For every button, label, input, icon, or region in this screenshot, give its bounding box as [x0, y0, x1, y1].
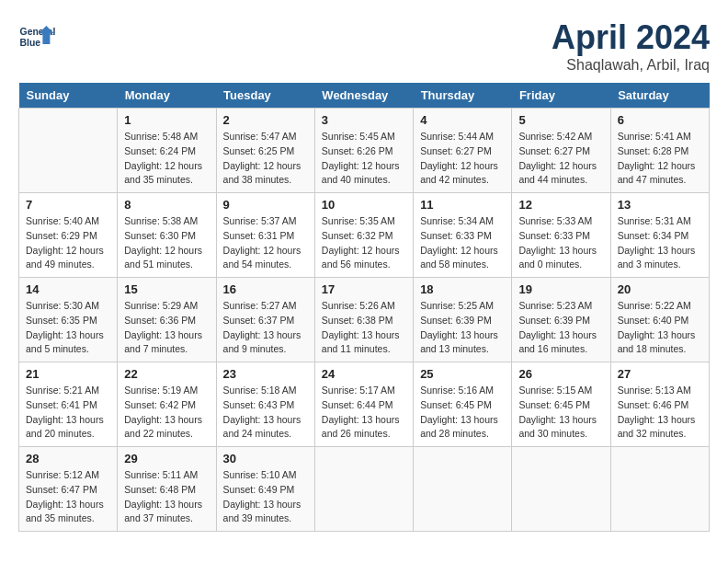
day-info: Sunrise: 5:31 AM Sunset: 6:34 PM Dayligh…: [618, 214, 702, 272]
day-number: 21: [26, 367, 110, 381]
day-cell: 10Sunrise: 5:35 AM Sunset: 6:32 PM Dayli…: [314, 193, 413, 278]
day-number: 5: [518, 113, 603, 127]
day-number: 17: [322, 282, 406, 296]
day-info: Sunrise: 5:11 AM Sunset: 6:48 PM Dayligh…: [124, 468, 209, 526]
week-row-1: 1Sunrise: 5:48 AM Sunset: 6:24 PM Daylig…: [19, 109, 710, 193]
day-cell: 2Sunrise: 5:47 AM Sunset: 6:25 PM Daylig…: [216, 109, 314, 193]
day-info: Sunrise: 5:27 AM Sunset: 6:37 PM Dayligh…: [223, 299, 308, 357]
day-cell: 21Sunrise: 5:21 AM Sunset: 6:41 PM Dayli…: [19, 362, 118, 447]
day-number: 9: [223, 198, 308, 212]
day-number: 23: [223, 367, 308, 381]
day-info: Sunrise: 5:35 AM Sunset: 6:32 PM Dayligh…: [322, 214, 406, 272]
day-number: 8: [124, 198, 209, 212]
day-info: Sunrise: 5:38 AM Sunset: 6:30 PM Dayligh…: [124, 214, 209, 272]
day-cell: 12Sunrise: 5:33 AM Sunset: 6:33 PM Dayli…: [512, 193, 610, 278]
day-cell: 8Sunrise: 5:38 AM Sunset: 6:30 PM Daylig…: [118, 193, 216, 278]
day-cell: 13Sunrise: 5:31 AM Sunset: 6:34 PM Dayli…: [610, 193, 709, 278]
day-cell: 15Sunrise: 5:29 AM Sunset: 6:36 PM Dayli…: [118, 278, 216, 362]
day-info: Sunrise: 5:30 AM Sunset: 6:35 PM Dayligh…: [26, 299, 110, 357]
day-cell: 27Sunrise: 5:13 AM Sunset: 6:46 PM Dayli…: [610, 362, 709, 447]
location-subtitle: Shaqlawah, Arbil, Iraq: [552, 57, 710, 74]
day-cell: 17Sunrise: 5:26 AM Sunset: 6:38 PM Dayli…: [314, 278, 413, 362]
month-title: April 2024: [552, 18, 710, 57]
day-cell: 22Sunrise: 5:19 AM Sunset: 6:42 PM Dayli…: [118, 362, 216, 447]
day-info: Sunrise: 5:23 AM Sunset: 6:39 PM Dayligh…: [518, 299, 603, 357]
day-number: 15: [124, 282, 209, 296]
logo-icon: General Blue: [18, 18, 55, 55]
day-cell: 24Sunrise: 5:17 AM Sunset: 6:44 PM Dayli…: [314, 362, 413, 447]
day-number: 25: [420, 367, 505, 381]
day-info: Sunrise: 5:15 AM Sunset: 6:45 PM Dayligh…: [518, 384, 603, 442]
day-info: Sunrise: 5:13 AM Sunset: 6:46 PM Dayligh…: [618, 384, 702, 442]
svg-text:Blue: Blue: [20, 38, 41, 48]
week-row-3: 14Sunrise: 5:30 AM Sunset: 6:35 PM Dayli…: [19, 278, 710, 362]
day-cell: 19Sunrise: 5:23 AM Sunset: 6:39 PM Dayli…: [512, 278, 610, 362]
day-number: 12: [518, 198, 603, 212]
day-cell: 16Sunrise: 5:27 AM Sunset: 6:37 PM Dayli…: [216, 278, 314, 362]
week-row-5: 28Sunrise: 5:12 AM Sunset: 6:47 PM Dayli…: [19, 447, 710, 532]
day-cell: 30Sunrise: 5:10 AM Sunset: 6:49 PM Dayli…: [216, 447, 314, 532]
day-number: 16: [223, 282, 308, 296]
day-number: 20: [618, 282, 702, 296]
day-info: Sunrise: 5:10 AM Sunset: 6:49 PM Dayligh…: [223, 468, 308, 526]
day-number: 1: [124, 113, 209, 127]
page-header: General Blue April 2024 Shaqlawah, Arbil…: [18, 18, 710, 74]
day-number: 10: [322, 198, 406, 212]
calendar-table: SundayMondayTuesdayWednesdayThursdayFrid…: [18, 83, 710, 532]
day-info: Sunrise: 5:41 AM Sunset: 6:28 PM Dayligh…: [618, 130, 702, 188]
day-cell: 26Sunrise: 5:15 AM Sunset: 6:45 PM Dayli…: [512, 362, 610, 447]
day-cell: 4Sunrise: 5:44 AM Sunset: 6:27 PM Daylig…: [414, 109, 512, 193]
calendar-header-row: SundayMondayTuesdayWednesdayThursdayFrid…: [19, 83, 710, 109]
day-info: Sunrise: 5:26 AM Sunset: 6:38 PM Dayligh…: [322, 299, 406, 357]
header-monday: Monday: [118, 83, 216, 109]
day-cell: 18Sunrise: 5:25 AM Sunset: 6:39 PM Dayli…: [414, 278, 512, 362]
day-number: 14: [26, 282, 110, 296]
day-number: 24: [322, 367, 406, 381]
day-number: 13: [618, 198, 702, 212]
day-cell: [512, 447, 610, 532]
day-number: 19: [518, 282, 603, 296]
day-number: 29: [124, 452, 209, 465]
day-number: 6: [618, 113, 702, 127]
day-info: Sunrise: 5:33 AM Sunset: 6:33 PM Dayligh…: [518, 214, 603, 272]
day-info: Sunrise: 5:17 AM Sunset: 6:44 PM Dayligh…: [322, 384, 406, 442]
day-cell: 25Sunrise: 5:16 AM Sunset: 6:45 PM Dayli…: [414, 362, 512, 447]
day-info: Sunrise: 5:42 AM Sunset: 6:27 PM Dayligh…: [518, 130, 603, 188]
day-info: Sunrise: 5:21 AM Sunset: 6:41 PM Dayligh…: [26, 384, 110, 442]
day-number: 27: [618, 367, 702, 381]
day-number: 2: [223, 113, 308, 127]
header-thursday: Thursday: [414, 83, 512, 109]
week-row-2: 7Sunrise: 5:40 AM Sunset: 6:29 PM Daylig…: [19, 193, 710, 278]
day-cell: 3Sunrise: 5:45 AM Sunset: 6:26 PM Daylig…: [314, 109, 413, 193]
day-info: Sunrise: 5:19 AM Sunset: 6:42 PM Dayligh…: [124, 384, 209, 442]
day-cell: 28Sunrise: 5:12 AM Sunset: 6:47 PM Dayli…: [19, 447, 118, 532]
day-info: Sunrise: 5:48 AM Sunset: 6:24 PM Dayligh…: [124, 130, 209, 188]
header-sunday: Sunday: [19, 83, 118, 109]
header-wednesday: Wednesday: [314, 83, 413, 109]
day-info: Sunrise: 5:45 AM Sunset: 6:26 PM Dayligh…: [322, 130, 406, 188]
day-cell: 20Sunrise: 5:22 AM Sunset: 6:40 PM Dayli…: [610, 278, 709, 362]
day-number: 7: [26, 198, 110, 212]
day-cell: 23Sunrise: 5:18 AM Sunset: 6:43 PM Dayli…: [216, 362, 314, 447]
title-block: April 2024 Shaqlawah, Arbil, Iraq: [552, 18, 710, 74]
day-cell: 29Sunrise: 5:11 AM Sunset: 6:48 PM Dayli…: [118, 447, 216, 532]
day-cell: 11Sunrise: 5:34 AM Sunset: 6:33 PM Dayli…: [414, 193, 512, 278]
day-number: 18: [420, 282, 505, 296]
day-info: Sunrise: 5:44 AM Sunset: 6:27 PM Dayligh…: [420, 130, 505, 188]
day-cell: 9Sunrise: 5:37 AM Sunset: 6:31 PM Daylig…: [216, 193, 314, 278]
day-cell: [610, 447, 709, 532]
logo: General Blue: [18, 18, 60, 55]
day-info: Sunrise: 5:29 AM Sunset: 6:36 PM Dayligh…: [124, 299, 209, 357]
day-info: Sunrise: 5:25 AM Sunset: 6:39 PM Dayligh…: [420, 299, 505, 357]
week-row-4: 21Sunrise: 5:21 AM Sunset: 6:41 PM Dayli…: [19, 362, 710, 447]
day-info: Sunrise: 5:37 AM Sunset: 6:31 PM Dayligh…: [223, 214, 308, 272]
day-info: Sunrise: 5:47 AM Sunset: 6:25 PM Dayligh…: [223, 130, 308, 188]
header-tuesday: Tuesday: [216, 83, 314, 109]
day-cell: 1Sunrise: 5:48 AM Sunset: 6:24 PM Daylig…: [118, 109, 216, 193]
day-number: 11: [420, 198, 505, 212]
day-info: Sunrise: 5:16 AM Sunset: 6:45 PM Dayligh…: [420, 384, 505, 442]
day-number: 26: [518, 367, 603, 381]
day-cell: 5Sunrise: 5:42 AM Sunset: 6:27 PM Daylig…: [512, 109, 610, 193]
day-cell: [414, 447, 512, 532]
day-cell: 7Sunrise: 5:40 AM Sunset: 6:29 PM Daylig…: [19, 193, 118, 278]
